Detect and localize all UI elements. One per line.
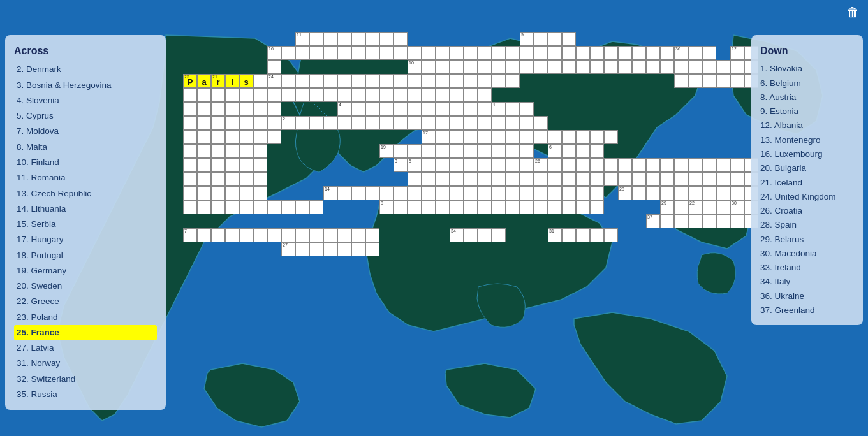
cell-34-10[interactable] (646, 172, 660, 186)
cell-21-4[interactable] (464, 88, 478, 102)
cell-9-1[interactable] (295, 46, 309, 60)
cell-27-11[interactable] (548, 186, 562, 200)
cell-37-12[interactable]: 22 (688, 200, 702, 214)
cell-18-8[interactable] (422, 144, 436, 158)
cell-35-2[interactable] (660, 60, 674, 74)
cell-11-3[interactable] (323, 74, 337, 88)
cell-4-6[interactable] (225, 116, 239, 130)
cell-22-8[interactable] (478, 144, 492, 158)
cell-1-10[interactable] (183, 172, 197, 186)
cell-29-1[interactable] (576, 46, 590, 60)
cell-25-7[interactable] (520, 130, 534, 144)
cell-9-15[interactable] (295, 242, 309, 256)
cell-37-9[interactable] (688, 158, 702, 172)
cell-4-8[interactable] (225, 144, 239, 158)
cell-31-10[interactable] (604, 172, 618, 186)
cell-37-1[interactable] (688, 46, 702, 60)
cell-18-12[interactable] (422, 200, 436, 214)
cell-1-7[interactable] (183, 130, 197, 144)
cell-18-11[interactable] (422, 186, 436, 200)
cell-18-2[interactable] (422, 60, 436, 74)
cell-11-6[interactable] (323, 116, 337, 130)
cell-24-7[interactable] (506, 130, 520, 144)
cell-8-1[interactable] (281, 46, 295, 60)
cell-15-8[interactable]: 19 (379, 144, 394, 158)
cell-22-12[interactable] (478, 200, 492, 214)
across-clue-19[interactable]: 19. Germany (14, 263, 157, 279)
cell-12-0[interactable] (337, 32, 351, 46)
down-clue-29[interactable]: 29. Belarus (760, 233, 854, 247)
cell-10-0[interactable] (309, 32, 323, 46)
cell-26-9[interactable]: 26 (534, 158, 548, 172)
cell-3-4[interactable] (211, 88, 225, 102)
cell-3-9[interactable] (211, 158, 225, 172)
cell-9-4[interactable] (295, 88, 309, 102)
cell-29-2[interactable] (576, 60, 590, 74)
cell-2-8[interactable] (197, 144, 211, 158)
cell-17-5[interactable] (408, 102, 422, 116)
cell-13-6[interactable] (351, 116, 365, 130)
cell-2-6[interactable] (197, 116, 211, 130)
cell-12-3[interactable] (337, 74, 351, 88)
cell-27-8[interactable]: 6 (548, 144, 562, 158)
cell-23-8[interactable] (492, 144, 506, 158)
cell-40-9[interactable] (730, 158, 744, 172)
cell-20-14[interactable]: 34 (450, 228, 464, 242)
cell-19-1[interactable] (436, 46, 450, 60)
cell-40-10[interactable] (730, 172, 744, 186)
cell-5-14[interactable] (239, 228, 253, 242)
cell-18-1[interactable] (422, 46, 436, 60)
cell-28-14[interactable] (562, 228, 576, 242)
cell-29-10[interactable] (576, 172, 590, 186)
cell-3-6[interactable] (211, 116, 225, 130)
cell-18-7[interactable]: 17 (422, 130, 436, 144)
cell-23-3[interactable] (492, 74, 506, 88)
cell-25-2[interactable] (520, 60, 534, 74)
cell-39-11[interactable] (716, 186, 730, 200)
cell-29-9[interactable] (576, 158, 590, 172)
cell-37-2[interactable] (688, 60, 702, 74)
cell-15-11[interactable] (379, 186, 394, 200)
cell-34-2[interactable] (646, 60, 660, 74)
cell-13-14[interactable] (351, 228, 365, 242)
cell-26-12[interactable] (534, 200, 548, 214)
cell-7-5[interactable] (267, 102, 281, 116)
cell-38-11[interactable] (702, 186, 716, 200)
cell-28-0[interactable] (562, 32, 576, 46)
cell-16-4[interactable] (394, 88, 408, 102)
cell-37-3[interactable] (688, 74, 702, 88)
cell-36-3[interactable] (674, 74, 688, 88)
cell-35-10[interactable] (660, 172, 674, 186)
cell-24-12[interactable] (506, 200, 520, 214)
cell-17-8[interactable] (408, 144, 422, 158)
cell-32-9[interactable] (618, 158, 632, 172)
cell-19-9[interactable] (436, 158, 450, 172)
cell-3-8[interactable] (211, 144, 225, 158)
cell-6-3[interactable] (253, 74, 267, 88)
cell-30-14[interactable] (590, 228, 604, 242)
cell-15-4[interactable] (379, 88, 394, 102)
cell-26-0[interactable] (534, 32, 548, 46)
cell-16-0[interactable] (394, 32, 408, 46)
cell-21-3[interactable] (464, 74, 478, 88)
cell-24-2[interactable] (506, 60, 520, 74)
cell-15-12[interactable]: 8 (379, 200, 394, 214)
cell-3-12[interactable] (211, 200, 225, 214)
cell-16-9[interactable]: 3 (394, 158, 408, 172)
cell-22-5[interactable] (478, 102, 492, 116)
cell-4-12[interactable] (225, 200, 239, 214)
cell-10-6[interactable] (309, 116, 323, 130)
cell-31-1[interactable] (604, 46, 618, 60)
cell-38-3[interactable] (702, 74, 716, 88)
cell-24-10[interactable] (506, 172, 520, 186)
cell-23-11[interactable] (492, 186, 506, 200)
cell-1-14[interactable]: 7 (183, 228, 197, 242)
cell-40-1[interactable]: 12 (730, 46, 744, 60)
cell-1-11[interactable] (183, 186, 197, 200)
cell-27-0[interactable] (548, 32, 562, 46)
cell-21-10[interactable] (464, 172, 478, 186)
cell-40-12[interactable]: 30 (730, 200, 744, 214)
across-clue-23[interactable]: 23. Poland (14, 310, 157, 325)
cell-21-1[interactable] (464, 46, 478, 60)
cell-36-11[interactable] (674, 186, 688, 200)
